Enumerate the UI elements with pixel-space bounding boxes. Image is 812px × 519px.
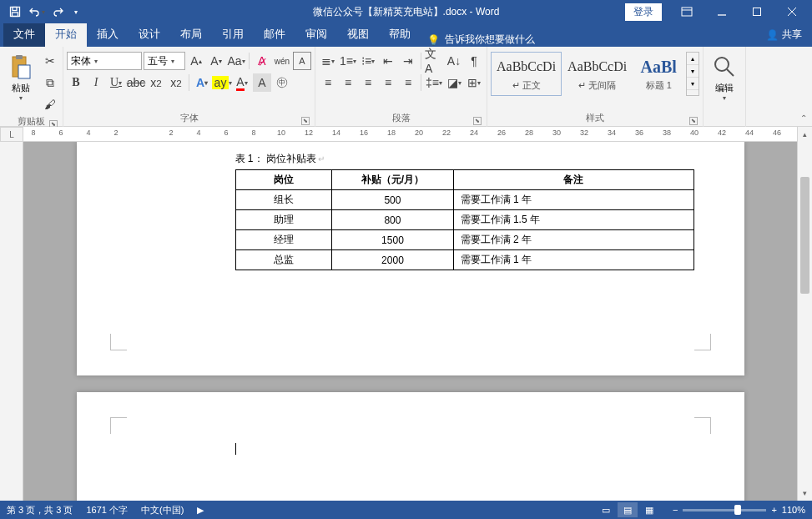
grow-font-icon[interactable]: A▴ <box>187 52 205 70</box>
align-right-icon[interactable]: ≡ <box>359 73 377 92</box>
tell-me[interactable]: 💡 告诉我你想要做什么 <box>421 33 756 47</box>
font-family-combo[interactable]: 宋体▾ <box>67 52 142 70</box>
sort-icon[interactable]: A↓ <box>445 52 463 70</box>
view-buttons: ▭ ▤ ▦ <box>596 502 659 517</box>
style-down-icon[interactable]: ▾ <box>687 65 699 78</box>
tab-review[interactable]: 审阅 <box>295 22 337 47</box>
clear-format-icon[interactable]: A̷ <box>253 52 271 70</box>
login-button[interactable]: 登录 <box>625 3 662 21</box>
strike-button[interactable]: abc <box>127 73 145 92</box>
shrink-font-icon[interactable]: A▾ <box>207 52 225 70</box>
zoom-slider[interactable] <box>683 509 766 511</box>
margin-corner <box>110 417 127 434</box>
style-more-icon[interactable]: ▾ <box>687 78 699 90</box>
font-launcher[interactable]: ⬊ <box>301 117 310 125</box>
share-button[interactable]: 👤 共享 <box>756 23 812 47</box>
format-painter-icon[interactable]: 🖌 <box>41 95 59 113</box>
web-layout-icon[interactable]: ▦ <box>639 502 659 517</box>
print-layout-icon[interactable]: ▤ <box>618 502 638 517</box>
tab-design[interactable]: 设计 <box>129 22 170 47</box>
minimize-icon[interactable] <box>705 0 739 23</box>
tab-insert[interactable]: 插入 <box>87 22 129 47</box>
maximize-icon[interactable] <box>740 0 774 23</box>
tab-layout[interactable]: 布局 <box>170 22 212 47</box>
find-icon <box>711 53 738 80</box>
style-nospacing[interactable]: AaBbCcDi↵ 无间隔 <box>562 52 633 96</box>
tab-help[interactable]: 帮助 <box>379 22 421 47</box>
styles-launcher[interactable]: ⬊ <box>689 117 698 125</box>
ribbon-display-icon[interactable] <box>670 0 704 23</box>
cut-icon[interactable]: ✂ <box>41 52 59 70</box>
svg-point-11 <box>715 58 729 71</box>
style-heading1[interactable]: AaBl标题 1 <box>633 52 684 96</box>
font-color-icon[interactable]: A▾ <box>233 73 251 92</box>
font-size-combo[interactable]: 五号▾ <box>144 52 185 70</box>
scroll-up-icon[interactable]: ▴ <box>798 127 812 142</box>
highlight-icon[interactable]: ay▾ <box>213 73 231 92</box>
vertical-scrollbar[interactable]: ▴ ▾ <box>797 127 812 501</box>
tab-view[interactable]: 视图 <box>337 22 379 47</box>
word-count[interactable]: 1671 个字 <box>86 504 128 516</box>
subscript-button[interactable]: x2 <box>147 73 165 92</box>
save-icon[interactable] <box>5 2 25 22</box>
align-center-icon[interactable]: ≡ <box>339 73 357 92</box>
align-left-icon[interactable]: ≡ <box>319 73 337 92</box>
phonetic-icon[interactable]: wén <box>273 52 291 70</box>
style-normal[interactable]: AaBbCcDi↵ 正文 <box>491 52 562 96</box>
multilevel-icon[interactable]: ⁝≡▾ <box>359 52 377 70</box>
enclose-char-icon[interactable]: ㊥ <box>273 73 291 92</box>
horizontal-ruler[interactable]: 8642246810121416182022242628303234363840… <box>23 127 797 142</box>
tab-mailings[interactable]: 邮件 <box>254 22 295 47</box>
page-2 <box>77 392 744 501</box>
borders-icon[interactable]: ⊞▾ <box>465 73 483 92</box>
text-direction-icon[interactable]: 文A <box>425 52 443 70</box>
table-row: 组长500需要工作满 1 年 <box>235 190 693 210</box>
bullets-icon[interactable]: ≣▾ <box>319 52 337 70</box>
language-status[interactable]: 中文(中国) <box>141 504 184 516</box>
underline-button[interactable]: U▾ <box>107 73 125 92</box>
superscript-button[interactable]: x2 <box>167 73 185 92</box>
tab-references[interactable]: 引用 <box>212 22 254 47</box>
decrease-indent-icon[interactable]: ⇤ <box>379 52 397 70</box>
qat-customize-icon[interactable]: ▾ <box>70 2 82 22</box>
char-border-icon[interactable]: A <box>293 52 311 70</box>
zoom-level[interactable]: 110% <box>782 505 805 515</box>
tab-home[interactable]: 开始 <box>45 22 87 47</box>
share-icon: 👤 <box>766 29 779 41</box>
paragraph-launcher[interactable]: ⬊ <box>473 117 482 125</box>
page-status[interactable]: 第 3 页，共 3 页 <box>7 504 73 516</box>
macro-icon[interactable]: ▶ <box>197 505 204 516</box>
line-spacing-icon[interactable]: ‡≡▾ <box>425 73 443 92</box>
zoom-out-icon[interactable]: − <box>673 505 678 515</box>
style-up-icon[interactable]: ▴ <box>687 53 699 65</box>
shading-icon[interactable]: ◪▾ <box>445 73 463 92</box>
copy-icon[interactable]: ⧉ <box>41 73 59 92</box>
undo-icon[interactable]: ▾ <box>27 2 47 22</box>
paste-button[interactable]: 粘贴 ▾ <box>3 52 38 103</box>
ruler-corner[interactable]: L <box>0 127 23 142</box>
read-mode-icon[interactable]: ▭ <box>596 502 616 517</box>
document-area[interactable]: 表 1： 岗位补贴表↵ 岗位 补贴（元/月） 备注 组长500需要工作满 1 年… <box>23 142 797 501</box>
show-marks-icon[interactable]: ¶ <box>465 52 483 70</box>
zoom-in-icon[interactable]: + <box>771 505 776 515</box>
change-case-icon[interactable]: Aa▾ <box>227 52 245 70</box>
italic-button[interactable]: I <box>87 73 105 92</box>
group-clipboard: 粘贴 ▾ ✂ ⧉ 🖌 剪贴板⬊ <box>0 47 63 127</box>
increase-indent-icon[interactable]: ⇥ <box>399 52 417 70</box>
vertical-ruler[interactable] <box>0 142 23 501</box>
text-effects-icon[interactable]: A▾ <box>193 73 211 92</box>
char-shading-icon[interactable]: A <box>253 73 271 92</box>
share-label: 共享 <box>782 28 802 42</box>
numbering-icon[interactable]: 1≡▾ <box>339 52 357 70</box>
find-button[interactable]: 编辑 ▾ <box>707 52 742 103</box>
collapse-ribbon-icon[interactable]: ⌃ <box>800 113 807 123</box>
align-justify-icon[interactable]: ≡ <box>379 73 397 92</box>
group-font: 宋体▾ 五号▾ A▴ A▾ Aa▾ A̷ wén A B I U▾ abc x2… <box>63 47 315 127</box>
redo-icon[interactable] <box>48 2 68 22</box>
tab-file[interactable]: 文件 <box>3 22 45 47</box>
close-icon[interactable] <box>775 0 809 23</box>
bold-button[interactable]: B <box>67 73 85 92</box>
scroll-down-icon[interactable]: ▾ <box>798 486 812 501</box>
align-dist-icon[interactable]: ≡ <box>399 73 417 92</box>
scroll-thumb[interactable] <box>800 177 809 294</box>
